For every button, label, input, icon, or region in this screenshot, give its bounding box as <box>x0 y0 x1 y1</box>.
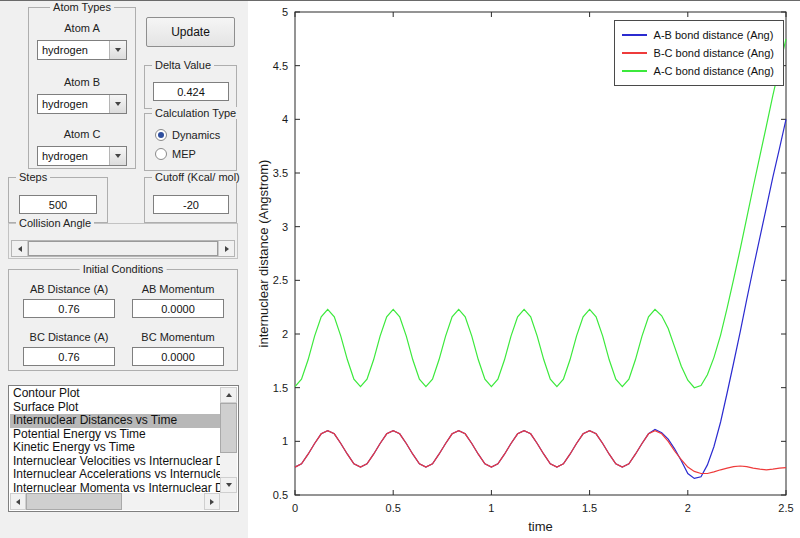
bc-distance-label: BC Distance (A) <box>23 331 115 343</box>
atom-b-value: hydrogen <box>42 98 108 110</box>
svg-text:1.5: 1.5 <box>273 382 288 394</box>
list-item-internuclear-accelerations[interactable]: Internuclear Accelerations vs Internucle… <box>10 468 220 482</box>
ab-momentum-input[interactable] <box>132 299 224 318</box>
radio-mep-icon[interactable] <box>155 148 167 160</box>
ac-line-swatch-icon <box>622 70 647 72</box>
listbox-horizontal-scrollbar[interactable] <box>10 493 220 510</box>
initial-conditions-group: Initial Conditions AB Distance (A) AB Mo… <box>8 269 238 371</box>
plot-type-listbox[interactable]: Contour Plot Surface Plot Internuclear D… <box>8 385 239 512</box>
atom-b-dropdown-arrow-icon[interactable] <box>109 95 126 113</box>
slider-left-arrow-icon[interactable] <box>12 241 28 256</box>
collision-angle-group: Collision Angle <box>8 223 238 259</box>
radio-dynamics-icon[interactable] <box>155 129 167 141</box>
legend-ab-label: A-B bond distance (Ang) <box>654 29 774 41</box>
bc-momentum-input[interactable] <box>132 347 224 366</box>
controls-panel: Atom Types Atom A hydrogen Atom B hydrog… <box>0 1 248 538</box>
scroll-down-arrow-icon[interactable] <box>220 477 237 493</box>
horizontal-scroll-thumb[interactable] <box>26 493 122 510</box>
bc-line-swatch-icon <box>622 52 647 54</box>
delta-value-title: Delta Value <box>152 59 214 71</box>
figure-panel: 00.511.522.50.511.522.533.544.55 time in… <box>248 1 800 538</box>
plot-type-list: Contour Plot Surface Plot Internuclear D… <box>10 387 220 493</box>
svg-text:3: 3 <box>282 221 288 233</box>
svg-text:4: 4 <box>282 113 288 125</box>
svg-text:0.5: 0.5 <box>386 502 401 514</box>
atom-c-select[interactable]: hydrogen <box>37 146 127 166</box>
svg-text:2.5: 2.5 <box>778 502 793 514</box>
list-item-internuclear-distances-vs-time[interactable]: Internuclear Distances vs Time <box>10 414 220 428</box>
scroll-left-arrow-icon[interactable] <box>10 493 26 510</box>
legend-entry-ab: A-B bond distance (Ang) <box>622 26 774 44</box>
atom-a-select[interactable]: hydrogen <box>37 40 127 60</box>
radio-mep[interactable]: MEP <box>155 147 196 161</box>
atom-c-label: Atom C <box>29 128 135 140</box>
atom-a-label: Atom A <box>29 22 135 34</box>
y-axis-label: internuclear distance (Angstrom) <box>256 104 271 404</box>
radio-dynamics[interactable]: Dynamics <box>155 128 220 142</box>
scroll-up-arrow-icon[interactable] <box>220 387 237 403</box>
listbox-vertical-scrollbar[interactable] <box>220 387 237 493</box>
svg-text:2.5: 2.5 <box>273 274 288 286</box>
ab-momentum-label: AB Momentum <box>132 283 224 295</box>
scroll-right-arrow-icon[interactable] <box>204 493 220 510</box>
atom-a-dropdown-arrow-icon[interactable] <box>109 41 126 59</box>
atom-a-value: hydrogen <box>42 44 108 56</box>
cutoff-input[interactable] <box>153 195 229 214</box>
svg-text:2: 2 <box>685 502 691 514</box>
delta-value-group: Delta Value <box>144 65 237 109</box>
ab-distance-input[interactable] <box>23 299 115 318</box>
svg-text:0: 0 <box>292 502 298 514</box>
collision-angle-title: Collision Angle <box>16 217 94 229</box>
steps-title: Steps <box>16 171 50 183</box>
list-item-contour-plot[interactable]: Contour Plot <box>10 387 220 401</box>
x-axis-label: time <box>295 519 786 534</box>
legend-bc-label: B-C bond distance (Ang) <box>654 47 774 59</box>
legend-entry-ac: A-C bond distance (Ang) <box>622 62 774 80</box>
list-item-kinetic-energy-vs-time[interactable]: Kinetic Energy vs Time <box>10 441 220 455</box>
delta-value-input[interactable] <box>153 82 229 101</box>
atom-b-select[interactable]: hydrogen <box>37 94 127 114</box>
collision-angle-slider[interactable] <box>11 240 235 257</box>
initial-conditions-title: Initial Conditions <box>80 263 167 275</box>
slider-thumb[interactable] <box>28 241 218 256</box>
svg-text:5: 5 <box>282 6 288 18</box>
list-item-internuclear-momenta[interactable]: Internuclear Momenta vs Internuclear Dis… <box>10 482 220 494</box>
svg-text:1: 1 <box>488 502 494 514</box>
bc-distance-input[interactable] <box>23 347 115 366</box>
legend-ac-label: A-C bond distance (Ang) <box>654 65 774 77</box>
svg-text:4.5: 4.5 <box>273 60 288 72</box>
calculation-type-group: Calculation Type Dynamics MEP <box>144 113 237 171</box>
atom-c-dropdown-arrow-icon[interactable] <box>109 147 126 165</box>
atom-b-label: Atom B <box>29 76 135 88</box>
bc-momentum-label: BC Momentum <box>132 331 224 343</box>
plot-legend: A-B bond distance (Ang) B-C bond distanc… <box>614 20 784 86</box>
svg-text:1: 1 <box>282 435 288 447</box>
atom-types-title: Atom Types <box>50 1 114 13</box>
cutoff-title: Cutoff (Kcal/ mol) <box>152 171 243 183</box>
scrollbar-corner <box>220 493 237 510</box>
list-item-potential-energy-vs-time[interactable]: Potential Energy vs Time <box>10 428 220 442</box>
atom-c-value: hydrogen <box>42 150 108 162</box>
radio-dynamics-label: Dynamics <box>172 129 220 141</box>
svg-text:2: 2 <box>282 328 288 340</box>
radio-mep-label: MEP <box>172 148 196 160</box>
steps-input[interactable] <box>19 195 97 214</box>
svg-text:0.5: 0.5 <box>273 489 288 501</box>
ab-distance-label: AB Distance (A) <box>23 283 115 295</box>
legend-entry-bc: B-C bond distance (Ang) <box>622 44 774 62</box>
atom-types-group: Atom Types Atom A hydrogen Atom B hydrog… <box>28 7 136 169</box>
calculation-type-title: Calculation Type <box>152 107 239 119</box>
update-button[interactable]: Update <box>146 17 235 47</box>
cutoff-group: Cutoff (Kcal/ mol) <box>144 177 237 223</box>
app-window: Atom Types Atom A hydrogen Atom B hydrog… <box>0 0 800 538</box>
svg-text:1.5: 1.5 <box>582 502 597 514</box>
list-item-surface-plot[interactable]: Surface Plot <box>10 401 220 415</box>
slider-right-arrow-icon[interactable] <box>218 241 234 256</box>
ab-line-swatch-icon <box>622 34 647 36</box>
vertical-scroll-thumb[interactable] <box>220 403 237 453</box>
svg-text:3.5: 3.5 <box>273 167 288 179</box>
list-item-internuclear-velocities[interactable]: Internuclear Velocities vs Internuclear … <box>10 455 220 469</box>
